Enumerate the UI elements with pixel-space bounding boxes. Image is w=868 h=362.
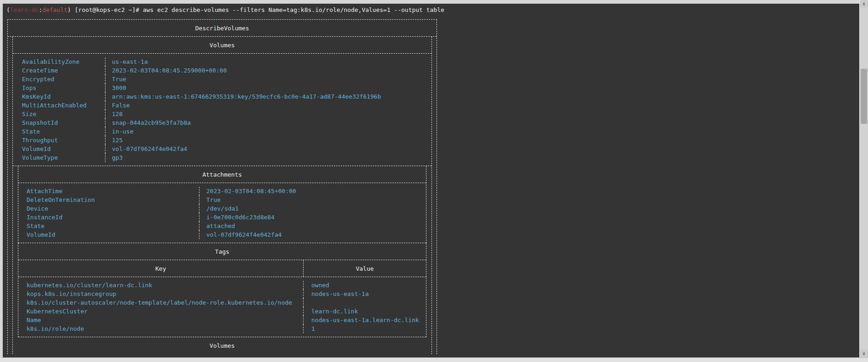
- field-key: MultiAttachEnabled: [13, 101, 105, 110]
- field-key: Throughput: [13, 136, 105, 145]
- prompt-close-paren: ): [67, 6, 75, 13]
- field-key: VolumeId: [18, 230, 199, 239]
- field-value: False: [105, 101, 431, 110]
- table-row: AttachTime 2023-02-03T04:08:45+00:00: [18, 187, 426, 195]
- field-key: State: [13, 127, 105, 136]
- volumes-section-title: Volumes: [13, 37, 431, 54]
- prompt-namespace: default: [42, 6, 67, 13]
- volume-fields: AvailabilityZone us-east-1a CreateTime 2…: [13, 54, 431, 166]
- field-value: learn-dc.link: [303, 307, 426, 316]
- attachments-section-title: Attachments: [18, 166, 426, 183]
- table-row: VolumeId vol-07df9624f4e042fa4: [18, 230, 426, 239]
- scrollbar-up-button[interactable]: ∧: [860, 0, 868, 8]
- field-value: us-east-1a: [105, 57, 431, 66]
- field-key: k8s.io/role/node: [18, 324, 303, 333]
- field-value: /dev/sda1: [199, 204, 426, 213]
- prompt-user-host: [root@kops-ec2 ~]#: [75, 6, 143, 13]
- field-key: kubernetes.io/cluster/learn-dc.link: [18, 281, 303, 290]
- describe-volumes-table: DescribeVolumes Volumes AvailabilityZone…: [7, 19, 437, 354]
- field-value: True: [199, 195, 426, 204]
- field-value: owned: [303, 281, 426, 290]
- field-key: InstanceId: [18, 213, 199, 222]
- field-key: AvailabilityZone: [13, 57, 105, 66]
- field-value: i-0e700c0d6c23d8e84: [199, 213, 426, 222]
- prompt-open-paren: (: [6, 6, 10, 13]
- field-key: Device: [18, 204, 199, 213]
- tags-section: Tags Key Value kubernetes.io/cluster/lea…: [18, 243, 426, 337]
- chevron-down-icon: ∨: [862, 351, 866, 356]
- field-value: nodes-us-east-1a.learn-dc.link: [303, 316, 426, 324]
- command-text: aws ec2 describe-volumes --filters Name=…: [143, 6, 444, 13]
- table-row: AvailabilityZone us-east-1a: [13, 57, 431, 66]
- field-value: 3000: [105, 84, 431, 92]
- next-volumes-section-title: Volumes: [13, 337, 431, 354]
- terminal[interactable]: (learn-dc:default) [root@kops-ec2 ~]# aw…: [3, 4, 859, 357]
- field-value: snap-044a2cb95e3fa7b8a: [105, 118, 431, 127]
- table-row: k8s.io/cluster-autoscaler/node-template/…: [18, 298, 426, 307]
- field-key: Size: [13, 110, 105, 118]
- table-title: DescribeVolumes: [8, 20, 437, 37]
- field-value: in-use: [105, 127, 431, 136]
- table-row: Iops 3000: [13, 84, 431, 92]
- table-row: KmsKeyId arn:aws:kms:us-east-1:674662935…: [13, 92, 431, 101]
- table-row: InstanceId i-0e700c0d6c23d8e84: [18, 213, 426, 222]
- field-key: VolumeType: [13, 153, 105, 162]
- table-row: State attached: [18, 222, 426, 230]
- field-key: KubernetesCluster: [18, 307, 303, 316]
- table-row: DeleteOnTermination True: [18, 195, 426, 204]
- field-key: State: [18, 222, 199, 230]
- tags-section-title: Tags: [18, 243, 426, 260]
- tags-header-row: Key Value: [18, 260, 426, 277]
- chevron-up-icon: ∧: [862, 1, 866, 6]
- field-key: DeleteOnTermination: [18, 195, 199, 204]
- table-row: VolumeType gp3: [13, 153, 431, 162]
- prompt-context: learn-dc: [10, 6, 39, 13]
- field-key: SnapshotId: [13, 118, 105, 127]
- table-row: Throughput 125: [13, 136, 431, 145]
- field-key: Encrypted: [13, 75, 105, 84]
- field-value: vol-07df9624f4e042fa4: [105, 145, 431, 153]
- attachment-fields: AttachTime 2023-02-03T04:08:45+00:00 Del…: [18, 183, 426, 243]
- field-value: attached: [199, 222, 426, 230]
- table-row: Encrypted True: [13, 75, 431, 84]
- prompt-line: (learn-dc:default) [root@kops-ec2 ~]# aw…: [6, 6, 859, 14]
- field-value: 2023-02-03T04:08:45+00:00: [199, 187, 426, 195]
- field-value: vol-07df9624f4e042fa4: [199, 230, 426, 239]
- field-value: True: [105, 75, 431, 84]
- field-value: 2023-02-03T04:08:45.259000+00:00: [105, 66, 431, 75]
- attachments-section: Attachments AttachTime 2023-02-03T04:08:…: [18, 166, 426, 243]
- field-key: kops.k8s.io/instancegroup: [18, 290, 303, 298]
- field-key: AttachTime: [18, 187, 199, 195]
- table-row: CreateTime 2023-02-03T04:08:45.259000+00…: [13, 66, 431, 75]
- field-key: k8s.io/cluster-autoscaler/node-template/…: [18, 298, 303, 307]
- table-row: Size 128: [13, 110, 431, 118]
- field-key: VolumeId: [13, 145, 105, 153]
- field-value: nodes-us-east-1a: [303, 290, 426, 298]
- field-value: 125: [105, 136, 431, 145]
- page: (learn-dc:default) [root@kops-ec2 ~]# aw…: [0, 0, 868, 362]
- field-value: 128: [105, 110, 431, 118]
- volumes-record: Volumes AvailabilityZone us-east-1a Crea…: [12, 37, 432, 354]
- table-row: kubernetes.io/cluster/learn-dc.link owne…: [18, 281, 426, 290]
- tags-key-header: Key: [18, 260, 303, 277]
- field-value: gp3: [105, 153, 431, 162]
- scrollbar-thumb[interactable]: [861, 69, 867, 124]
- bottom-edge: [0, 357, 868, 362]
- table-row: SnapshotId snap-044a2cb95e3fa7b8a: [13, 118, 431, 127]
- field-key: KmsKeyId: [13, 92, 105, 101]
- field-key: Name: [18, 316, 303, 324]
- table-row: State in-use: [13, 127, 431, 136]
- field-key: CreateTime: [13, 66, 105, 75]
- vertical-scrollbar[interactable]: ∧ ∨: [859, 0, 868, 357]
- scrollbar-down-button[interactable]: ∨: [860, 350, 868, 357]
- field-value: [303, 298, 426, 307]
- table-row: kops.k8s.io/instancegroup nodes-us-east-…: [18, 290, 426, 298]
- field-value: 1: [303, 324, 426, 333]
- field-value: arn:aws:kms:us-east-1:674662935319:key/5…: [105, 92, 431, 101]
- tag-rows: kubernetes.io/cluster/learn-dc.link owne…: [18, 277, 426, 337]
- table-row: Name nodes-us-east-1a.learn-dc.link: [18, 316, 426, 324]
- table-row: MultiAttachEnabled False: [13, 101, 431, 110]
- field-key: Iops: [13, 84, 105, 92]
- tags-value-header: Value: [303, 260, 426, 277]
- table-row: VolumeId vol-07df9624f4e042fa4: [13, 145, 431, 153]
